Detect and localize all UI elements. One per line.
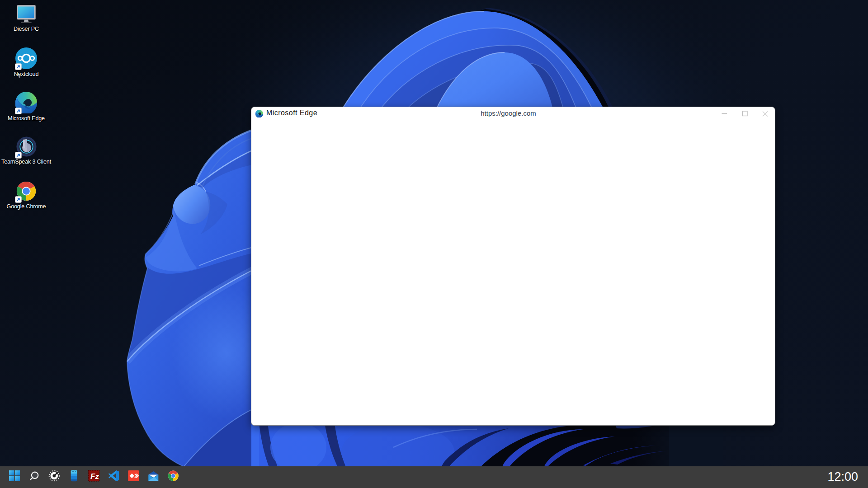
svg-text:Fz: Fz (90, 472, 99, 481)
